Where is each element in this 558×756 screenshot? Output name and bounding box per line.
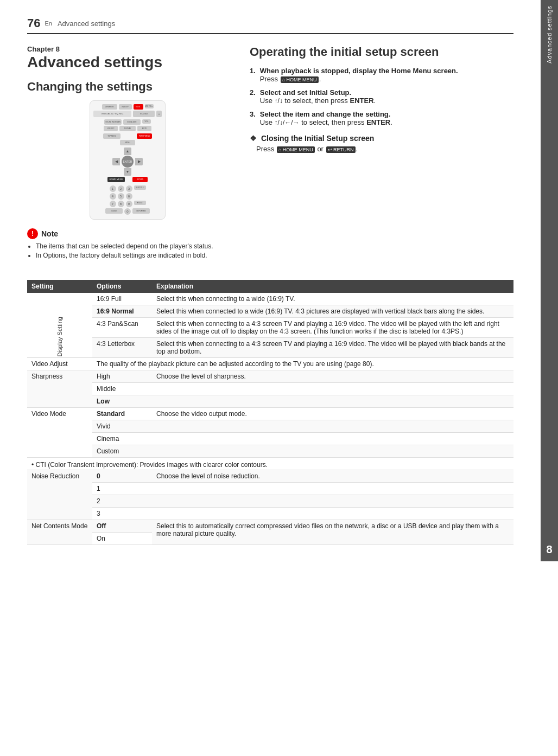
- left-section-title: Changing the settings: [27, 80, 228, 94]
- table-cell: Noise Reduction: [27, 470, 92, 520]
- tab-chapter-num: 8: [546, 543, 552, 556]
- table-cell: Net Contents Mode: [27, 520, 92, 544]
- step-2-body: Select and set Initial Setup. Use ↑/↓ to…: [260, 88, 376, 105]
- table-cell: Select this to automatically correct com…: [152, 520, 513, 544]
- col-options-header: Options: [92, 280, 152, 293]
- table-row: Middle: [27, 382, 513, 395]
- table-cell: [152, 395, 513, 407]
- enter-label-3: ENTER: [366, 118, 390, 126]
- remote-image: DIMMER SLEEP EXIT MIC VOL+ VIRTUAL.ID / …: [90, 100, 166, 220]
- table-cell: 1: [92, 482, 152, 495]
- closing-section: ❖ Closing the Initial Setup screen Press…: [250, 134, 513, 153]
- table-cell: Standard: [92, 407, 152, 420]
- right-column: Operating the initial setup screen 1. Wh…: [250, 45, 513, 267]
- table-cell: Choose the level of sharpness.: [152, 370, 513, 382]
- step-2-bold: Select and set Initial Setup.: [260, 88, 351, 97]
- display-setting-label: Display Setting: [27, 293, 92, 358]
- col-explanation-header: Explanation: [152, 280, 513, 293]
- table-cell: Off: [92, 520, 152, 532]
- table-cell: 16:9 Normal: [92, 305, 152, 317]
- home-menu-icon-closing: ⌂ HOME MENU: [277, 146, 315, 153]
- note-box: ! Note The items that can be selected de…: [27, 228, 228, 259]
- top-bar: 76 En Advanced settings: [27, 16, 513, 34]
- tab-label: Advanced settings: [546, 5, 553, 63]
- table-cell: 4:3 Letterbox: [92, 337, 152, 357]
- table-row: Low: [27, 395, 513, 407]
- arrow-4way: ↑/↓/←/→: [275, 119, 300, 126]
- table-cell: The quality of the playback picture can …: [92, 357, 513, 370]
- table-cell: Low: [92, 395, 152, 407]
- table-cell: [152, 420, 513, 432]
- diamond-icon: ❖: [250, 134, 257, 143]
- table-header-row: Setting Options Explanation: [27, 280, 513, 293]
- table-cell: [152, 482, 513, 495]
- table-cell: 4:3 Pan&Scan: [92, 317, 152, 337]
- table-cell: High: [92, 370, 152, 382]
- enter-label-2: ENTER: [350, 97, 374, 105]
- table-row: 4:3 Pan&Scan Select this when connecting…: [27, 317, 513, 337]
- table-cell: [152, 382, 513, 395]
- table-cell: Select this when connecting to a 4:3 scr…: [152, 337, 513, 357]
- table-cell: [152, 495, 513, 507]
- table-cell: 3: [92, 507, 152, 520]
- table-row: Sharpness High Choose the level of sharp…: [27, 370, 513, 382]
- return-icon-closing: ↩ RETURN: [326, 146, 356, 153]
- step-1: 1. When playback is stopped, display the…: [250, 67, 513, 83]
- table-cell: Middle: [92, 382, 152, 395]
- table-cell: Video Adjust: [27, 357, 92, 370]
- table-cell: 16:9 Full: [92, 293, 152, 305]
- table-cell: [152, 445, 513, 457]
- table-cell: Cinema: [92, 432, 152, 445]
- table-cell: [152, 432, 513, 445]
- page-title: Advanced settings: [58, 20, 115, 28]
- steps-list: 1. When playback is stopped, display the…: [250, 67, 513, 126]
- table-cell: Choose the video output mode.: [152, 407, 513, 420]
- table-row: Noise Reduction 0 Choose the level of no…: [27, 470, 513, 482]
- table-row: 2: [27, 495, 513, 507]
- closing-title: ❖ Closing the Initial Setup screen: [250, 134, 513, 143]
- table-cell: 0: [92, 470, 152, 482]
- table-row: Custom: [27, 445, 513, 457]
- note-icon: !: [27, 228, 38, 239]
- note-item-1: The items that can be selected depend on…: [36, 242, 228, 250]
- note-title: Note: [41, 229, 58, 238]
- note-items: The items that can be selected depend on…: [27, 242, 228, 259]
- left-column: Chapter 8 Advanced settings Changing the…: [27, 45, 228, 267]
- table-cell: Select this when connected to a wide (16…: [152, 305, 513, 317]
- table-cell: Select this when connecting to a wide (1…: [152, 293, 513, 305]
- remote-image-container: DIMMER SLEEP EXIT MIC VOL+ VIRTUAL.ID / …: [27, 100, 228, 220]
- step-3: 3. Select the item and change the settin…: [250, 110, 513, 126]
- table-row: Video Mode Standard Choose the video out…: [27, 407, 513, 420]
- step-1-body: When playback is stopped, display the Ho…: [260, 67, 458, 83]
- table-row: Video Adjust The quality of the playback…: [27, 357, 513, 370]
- page-lang: En: [45, 20, 52, 27]
- step-3-body: Select the item and change the setting. …: [260, 110, 392, 126]
- table-row: Display Setting 16:9 Full Select this wh…: [27, 293, 513, 305]
- table-row: Cinema: [27, 432, 513, 445]
- col-setting-header: Setting: [27, 280, 92, 293]
- home-menu-icon-1: ⌂ HOME MENU: [281, 76, 319, 83]
- closing-title-text: Closing the Initial Setup screen: [261, 134, 374, 143]
- arrow-updown-2: ↑/↓: [275, 97, 283, 105]
- closing-body: Press ⌂ HOME MENU or ↩ RETURN.: [256, 145, 513, 153]
- note-header: ! Note: [27, 228, 228, 239]
- settings-table: Setting Options Explanation Display Sett…: [27, 280, 513, 545]
- step-3-bold: Select the item and change the setting.: [260, 110, 391, 118]
- step-3-num: 3.: [250, 110, 256, 126]
- step-1-num: 1.: [250, 67, 256, 83]
- step-2-num: 2.: [250, 88, 256, 105]
- step-2: 2. Select and set Initial Setup. Use ↑/↓…: [250, 88, 513, 105]
- table-row: 1: [27, 482, 513, 495]
- table-row: Net Contents Mode Off Select this to aut…: [27, 520, 513, 532]
- table-cell: Vivid: [92, 420, 152, 432]
- step-1-bold: When playback is stopped, display the Ho…: [260, 67, 458, 75]
- table-cell: 2: [92, 495, 152, 507]
- table-cell: Video Mode: [27, 407, 92, 457]
- table-cell: Sharpness: [27, 370, 92, 407]
- table-row: 4:3 Letterbox Select this when connectin…: [27, 337, 513, 357]
- operating-title: Operating the initial setup screen: [250, 45, 513, 59]
- page-number: 76: [27, 16, 40, 30]
- chapter-tab: Advanced settings 8: [541, 0, 558, 561]
- table-row: 16:9 Normal Select this when connected t…: [27, 305, 513, 317]
- table-cell: Custom: [92, 445, 152, 457]
